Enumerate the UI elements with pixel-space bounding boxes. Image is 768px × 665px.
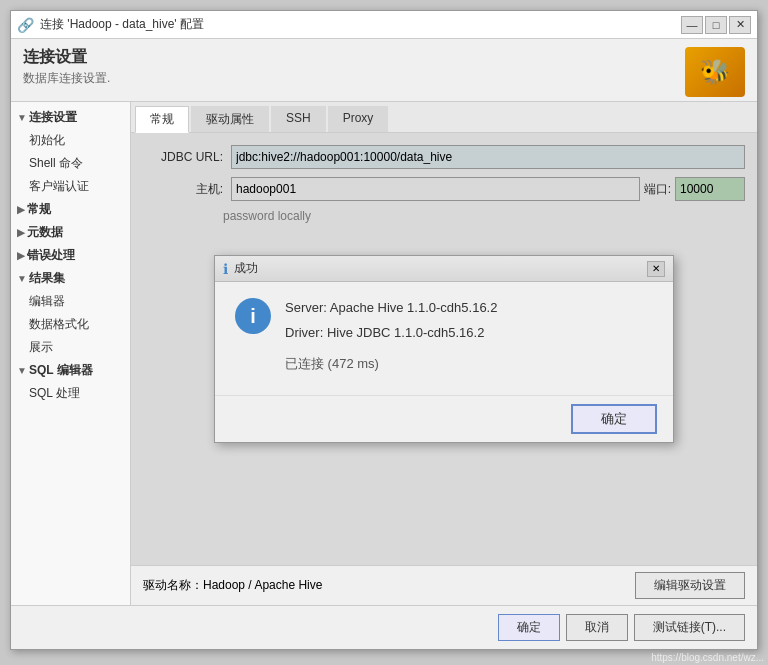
dialog-title-icon: ℹ [223, 261, 228, 277]
dialog-overlay: ℹ 成功 ✕ i Server: Apache Hive 1.1.0-cdh5.… [131, 133, 757, 565]
arrow-icon: ▼ [17, 112, 27, 123]
dialog-footer: 确定 [215, 395, 673, 442]
sidebar-general-label: 常规 [27, 201, 51, 218]
arrow-icon-general: ▶ [17, 204, 25, 215]
sidebar-error-label: 错误处理 [27, 247, 75, 264]
edit-driver-button[interactable]: 编辑驱动设置 [635, 572, 745, 599]
dialog-body: i Server: Apache Hive 1.1.0-cdh5.16.2 Dr… [215, 282, 673, 394]
sidebar-section-label: 连接设置 [29, 109, 77, 126]
title-bar: 🔗 连接 'Hadoop - data_hive' 配置 — □ ✕ [11, 11, 757, 39]
right-panel: 常规 驱动属性 SSH Proxy JDBC URL: 主机: [131, 102, 757, 605]
cancel-button[interactable]: 取消 [566, 614, 628, 641]
window-icon: 🔗 [17, 17, 34, 33]
watermark: https://blog.csdn.net/wz... [651, 652, 764, 663]
sidebar-section-connection[interactable]: ▼ 连接设置 [11, 106, 130, 129]
window-title: 连接 'Hadoop - data_hive' 配置 [40, 16, 204, 33]
dialog-title-bar: ℹ 成功 ✕ [215, 256, 673, 282]
dialog-message: Server: Apache Hive 1.1.0-cdh5.16.2 Driv… [285, 298, 497, 378]
page-title: 连接设置 [23, 47, 110, 68]
header: 连接设置 数据库连接设置. [11, 39, 757, 101]
sidebar-sql-label: SQL 编辑器 [29, 362, 93, 379]
hive-logo [685, 47, 745, 97]
dialog-ok-button[interactable]: 确定 [571, 404, 657, 434]
tab-ssh[interactable]: SSH [271, 106, 326, 132]
sidebar-section-error[interactable]: ▶ 错误处理 [11, 244, 130, 267]
content-area: 连接设置 数据库连接设置. ▼ 连接设置 初始化 Shell 命令 客户端认证 … [11, 39, 757, 649]
arrow-icon-error: ▶ [17, 250, 25, 261]
sidebar-item-display[interactable]: 展示 [11, 336, 130, 359]
maximize-button[interactable]: □ [705, 16, 727, 34]
info-icon: i [235, 298, 271, 334]
arrow-icon-metadata: ▶ [17, 227, 25, 238]
dialog-title-left: ℹ 成功 [223, 260, 258, 277]
tab-proxy[interactable]: Proxy [328, 106, 389, 132]
sidebar-resultset-label: 结果集 [29, 270, 65, 287]
success-dialog: ℹ 成功 ✕ i Server: Apache Hive 1.1.0-cdh5.… [214, 255, 674, 442]
sidebar-item-editor[interactable]: 编辑器 [11, 290, 130, 313]
driver-name-label: 驱动名称：Hadoop / Apache Hive [143, 577, 322, 594]
arrow-icon-resultset: ▼ [17, 273, 27, 284]
sidebar: ▼ 连接设置 初始化 Shell 命令 客户端认证 ▶ 常规 ▶ 元数据 ▶ 错… [11, 102, 131, 605]
dialog-close-button[interactable]: ✕ [647, 261, 665, 277]
driver-info: Driver: Hive JDBC 1.1.0-cdh5.16.2 [285, 323, 497, 344]
sidebar-item-shell[interactable]: Shell 命令 [11, 152, 130, 175]
tabs-bar: 常规 驱动属性 SSH Proxy [131, 102, 757, 133]
server-info: Server: Apache Hive 1.1.0-cdh5.16.2 [285, 298, 497, 319]
sidebar-item-init[interactable]: 初始化 [11, 129, 130, 152]
connected-msg: 已连接 (472 ms) [285, 354, 497, 375]
sidebar-section-resultset[interactable]: ▼ 结果集 [11, 267, 130, 290]
dialog-title-text: 成功 [234, 260, 258, 277]
sidebar-metadata-label: 元数据 [27, 224, 63, 241]
bottom-bar: 确定 取消 测试链接(T)... [11, 605, 757, 649]
tab-driver-props[interactable]: 驱动属性 [191, 106, 269, 132]
confirm-button[interactable]: 确定 [498, 614, 560, 641]
sidebar-section-sql-editor[interactable]: ▼ SQL 编辑器 [11, 359, 130, 382]
panel-footer: 驱动名称：Hadoop / Apache Hive 编辑驱动设置 [131, 565, 757, 605]
form-area: JDBC URL: 主机: 端口: password locally [131, 133, 757, 565]
arrow-icon-sql: ▼ [17, 365, 27, 376]
sidebar-section-metadata[interactable]: ▶ 元数据 [11, 221, 130, 244]
main-window: 🔗 连接 'Hadoop - data_hive' 配置 — □ ✕ 连接设置 … [10, 10, 758, 650]
sidebar-section-general[interactable]: ▶ 常规 [11, 198, 130, 221]
page-subtitle: 数据库连接设置. [23, 70, 110, 87]
tab-general[interactable]: 常规 [135, 106, 189, 133]
test-connection-button[interactable]: 测试链接(T)... [634, 614, 745, 641]
minimize-button[interactable]: — [681, 16, 703, 34]
sidebar-item-data-format[interactable]: 数据格式化 [11, 313, 130, 336]
main-layout: ▼ 连接设置 初始化 Shell 命令 客户端认证 ▶ 常规 ▶ 元数据 ▶ 错… [11, 101, 757, 605]
sidebar-item-client-auth[interactable]: 客户端认证 [11, 175, 130, 198]
sidebar-item-sql-process[interactable]: SQL 处理 [11, 382, 130, 405]
close-button[interactable]: ✕ [729, 16, 751, 34]
title-bar-controls: — □ ✕ [681, 16, 751, 34]
